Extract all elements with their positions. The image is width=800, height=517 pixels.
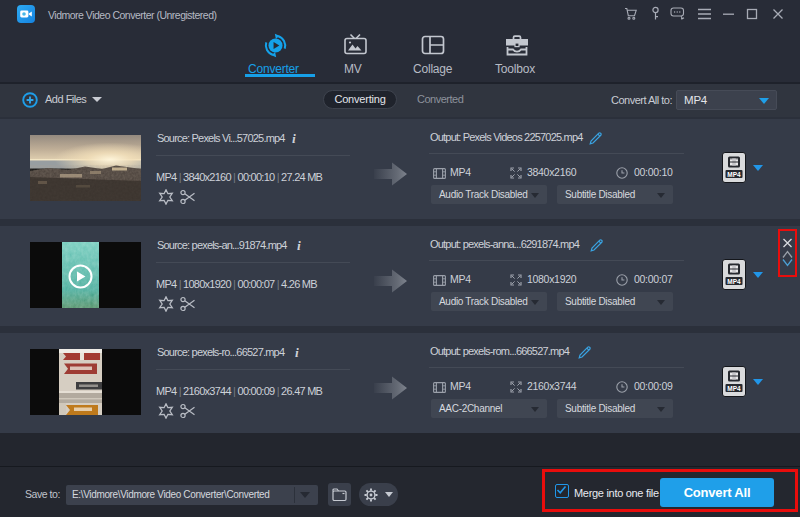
svg-text:MP4: MP4: [727, 278, 741, 285]
svg-text:MP4: MP4: [727, 385, 741, 392]
svg-text:MP4: MP4: [727, 171, 741, 178]
